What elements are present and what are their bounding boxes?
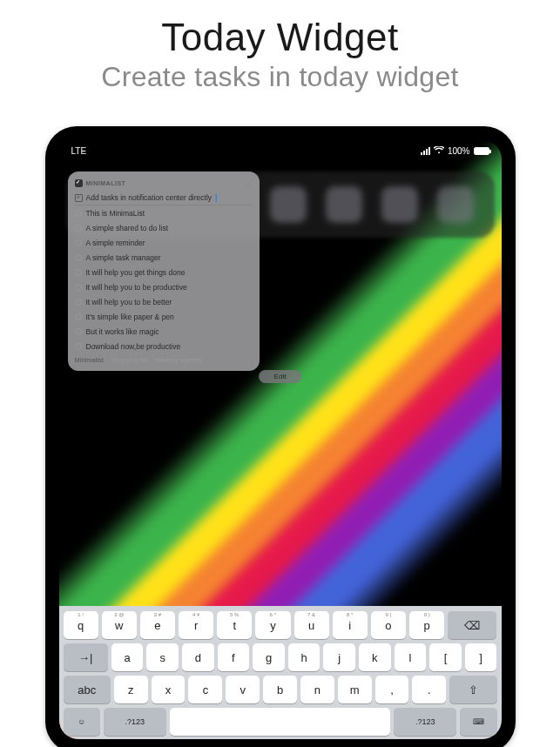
keyboard-row: ☺.?123.?123⌨ <box>64 708 497 736</box>
key-w[interactable]: 2 @w <box>102 611 137 639</box>
tag-secondary[interactable]: Meeting agenda <box>155 356 202 364</box>
app-logo-icon <box>75 179 83 187</box>
page-title: Today Widget <box>0 16 560 59</box>
add-icon <box>75 194 83 202</box>
text-cursor: | <box>215 193 217 202</box>
key-q[interactable]: 1 !q <box>64 611 98 639</box>
key-u[interactable]: 7 &u <box>294 611 329 639</box>
task-label: This is MinimaList <box>86 209 145 218</box>
tag-secondary[interactable]: Shopping list <box>111 356 148 364</box>
task-row[interactable]: It will help you to be better <box>75 294 253 309</box>
tag-primary[interactable]: Minimalist <box>75 356 104 364</box>
key-x[interactable]: x <box>152 676 186 703</box>
key-a[interactable]: a <box>111 643 144 671</box>
task-label: But it works like magic <box>86 327 159 336</box>
task-row[interactable]: A simple reminder <box>75 235 253 250</box>
key-c[interactable]: c <box>188 676 222 703</box>
wifi-icon <box>434 146 444 156</box>
task-row[interactable]: It's simple like paper & pen <box>75 309 253 324</box>
key-j[interactable]: j <box>323 643 355 671</box>
checkbox-icon[interactable] <box>75 343 82 350</box>
ipad-frame: LTE 100% MINIMALIST ⌄ <box>45 126 516 747</box>
task-label: It will help you to be productive <box>86 283 187 292</box>
shift-key[interactable]: ⇧ <box>449 676 496 703</box>
key-e[interactable]: 3 #e <box>140 611 175 639</box>
key-m[interactable]: m <box>338 676 372 703</box>
task-row[interactable]: A simple shared to do list <box>75 220 253 235</box>
checkbox-icon[interactable] <box>75 269 82 276</box>
add-task-text: Add tasks in notification center directl… <box>86 193 213 202</box>
key-h[interactable]: h <box>288 643 320 671</box>
edit-button[interactable]: Edit <box>259 370 302 383</box>
key-z[interactable]: z <box>114 676 148 703</box>
keyboard-row: abczxcvbnm,.⇧ <box>64 676 497 703</box>
key-t[interactable]: 5 %t <box>217 611 252 639</box>
status-right: 100% <box>421 146 489 156</box>
task-row[interactable]: Download now,be productive <box>75 339 253 353</box>
checkbox-icon[interactable] <box>75 299 82 306</box>
checkbox-icon[interactable] <box>75 313 82 320</box>
task-label: It will help you to be better <box>86 298 172 306</box>
page-subtitle: Create tasks in today widget <box>0 61 560 93</box>
key-l[interactable]: l <box>395 643 427 671</box>
key-f[interactable]: f <box>218 643 250 671</box>
battery-pct: 100% <box>448 146 470 156</box>
tab-key[interactable]: →| <box>64 643 108 671</box>
key-s[interactable]: s <box>146 643 179 671</box>
task-label: Download now,be productive <box>86 342 181 351</box>
abc-key[interactable]: abc <box>64 676 111 703</box>
key-period[interactable]: . <box>412 676 446 703</box>
status-bar: LTE 100% <box>59 142 502 159</box>
dock-app-icon <box>270 186 307 223</box>
ipad-screen: LTE 100% MINIMALIST ⌄ <box>59 140 502 739</box>
dismiss-keyboard-key[interactable]: ⌨ <box>460 708 496 736</box>
checkbox-icon[interactable] <box>75 284 82 291</box>
today-widget: MINIMALIST ⌄ Add tasks in notification c… <box>68 172 260 371</box>
key-bracket-open[interactable]: [ <box>429 643 462 671</box>
task-row[interactable]: This is MinimaList <box>75 205 253 220</box>
key-y[interactable]: 6 ^y <box>255 611 290 639</box>
carrier-label: LTE <box>71 146 87 156</box>
dock-app-icon <box>381 186 418 223</box>
key-b[interactable]: b <box>263 676 297 703</box>
key-n[interactable]: n <box>300 676 334 703</box>
signal-icon <box>421 147 430 155</box>
key-o[interactable]: 9 (o <box>371 611 406 639</box>
emoji-key[interactable]: ☺ <box>64 708 100 736</box>
delete-key[interactable]: ⌫ <box>448 611 496 639</box>
widget-app-name: MINIMALIST <box>86 180 126 186</box>
dock-app-icon <box>437 186 474 223</box>
key-d[interactable]: d <box>182 643 214 671</box>
checkbox-icon[interactable] <box>75 210 82 217</box>
key-comma[interactable]: , <box>375 676 409 703</box>
task-row[interactable]: A simple task manager <box>75 250 253 265</box>
key-bracket-close[interactable]: ] <box>465 643 497 671</box>
chevron-down-icon[interactable]: ⌄ <box>245 178 253 187</box>
task-row[interactable]: It will help you get things done <box>75 265 253 279</box>
widget-tags: Minimalist Shopping list Meeting agenda <box>75 353 253 364</box>
key-r[interactable]: 4 ¥r <box>179 611 213 639</box>
key-p[interactable]: 0 )p <box>409 611 444 639</box>
checkbox-icon[interactable] <box>75 239 82 246</box>
task-label: A simple reminder <box>86 239 145 247</box>
task-list: This is MinimaListA simple shared to do … <box>75 205 253 353</box>
numeric-key[interactable]: .?123 <box>394 708 456 736</box>
battery-icon <box>474 147 489 155</box>
dock-app-icon <box>326 186 362 223</box>
checkbox-icon[interactable] <box>75 225 82 232</box>
checkbox-icon[interactable] <box>75 254 82 261</box>
key-g[interactable]: g <box>253 643 285 671</box>
keyboard-row: 1 !q2 @w3 #e4 ¥r5 %t6 ^y7 &u8 *i9 (o0 )p… <box>64 611 497 639</box>
widget-header[interactable]: MINIMALIST ⌄ <box>75 177 253 191</box>
key-k[interactable]: k <box>359 643 391 671</box>
task-label: A simple shared to do list <box>86 224 169 232</box>
key-v[interactable]: v <box>226 676 260 703</box>
checkbox-icon[interactable] <box>75 328 82 335</box>
space-key[interactable] <box>170 708 391 736</box>
add-task-row[interactable]: Add tasks in notification center directl… <box>75 191 253 205</box>
numeric-key[interactable]: .?123 <box>104 708 166 736</box>
task-row[interactable]: But it works like magic <box>75 324 253 339</box>
task-row[interactable]: It will help you to be productive <box>75 279 253 294</box>
task-label: It will help you get things done <box>86 268 186 277</box>
key-i[interactable]: 8 *i <box>333 611 368 639</box>
